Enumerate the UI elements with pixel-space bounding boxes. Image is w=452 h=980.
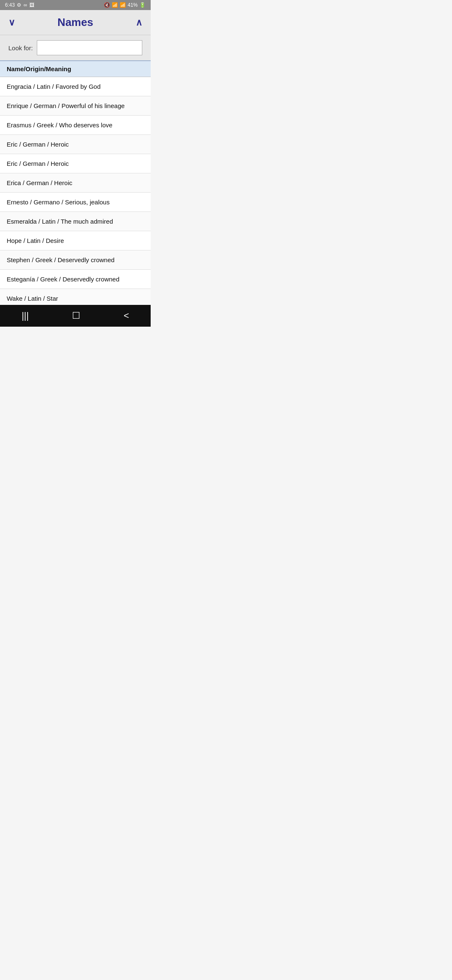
list-item[interactable]: Erica / German / Heroic [0, 173, 151, 193]
time: 6:43 [5, 2, 15, 8]
battery-icon: 🔋 [139, 2, 146, 8]
list-item[interactable]: Hope / Latin / Desire [0, 231, 151, 250]
list-item[interactable]: Eric / German / Heroic [0, 135, 151, 154]
list-item[interactable]: Esteganía / Greek / Deservedly crowned [0, 270, 151, 289]
name-list: Engracia / Latin / Favored by GodEnrique… [0, 77, 151, 307]
settings-icon: ⚙ [17, 2, 21, 8]
column-header-label: Name/Origin/Meaning [7, 65, 71, 72]
gallery-icon: 🖼 [29, 2, 34, 8]
back-button[interactable]: < [123, 310, 129, 321]
battery-text: 41% [128, 2, 138, 8]
wifi-icon: 📶 [112, 2, 118, 8]
status-left: 6:43 ⚙ ∞ 🖼 [5, 2, 34, 8]
home-button[interactable]: ☐ [72, 310, 80, 321]
search-input[interactable] [37, 40, 142, 55]
status-right: 🔇 📶 📶 41% 🔋 [104, 2, 146, 8]
signal-icon: 📶 [120, 2, 126, 8]
voicemail-icon: ∞ [23, 2, 27, 8]
page-title: Names [57, 16, 93, 29]
status-bar: 6:43 ⚙ ∞ 🖼 🔇 📶 📶 41% 🔋 [0, 0, 151, 10]
list-item[interactable]: Eric / German / Heroic [0, 154, 151, 173]
nav-bar: ||| ☐ < [0, 305, 151, 327]
list-item[interactable]: Enrique / German / Powerful of his linea… [0, 96, 151, 116]
mute-icon: 🔇 [104, 2, 110, 8]
list-item[interactable]: Ernesto / Germano / Serious, jealous [0, 193, 151, 212]
list-item[interactable]: Wake / Latin / Star [0, 289, 151, 307]
header: ∨ Names ∧ [0, 10, 151, 35]
column-header: Name/Origin/Meaning [0, 61, 151, 77]
search-bar: Look for: [0, 35, 151, 61]
list-item[interactable]: Esmeralda / Latin / The much admired [0, 212, 151, 231]
list-item[interactable]: Engracia / Latin / Favored by God [0, 77, 151, 96]
list-item[interactable]: Stephen / Greek / Deservedly crowned [0, 250, 151, 270]
chevron-up-button[interactable]: ∧ [136, 17, 142, 28]
recent-apps-button[interactable]: ||| [22, 310, 29, 321]
list-item[interactable]: Erasmus / Greek / Who deserves love [0, 116, 151, 135]
search-label: Look for: [8, 44, 33, 52]
chevron-down-button[interactable]: ∨ [8, 17, 15, 28]
